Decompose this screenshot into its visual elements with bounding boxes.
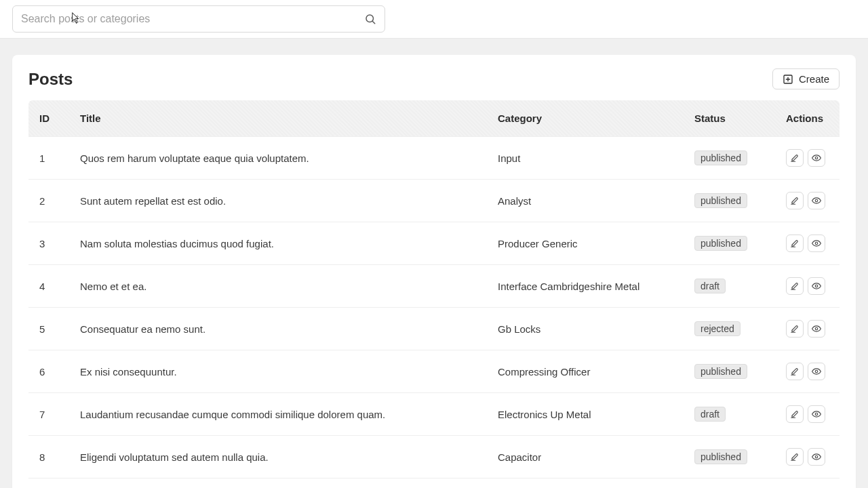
- cell-id: 5: [28, 308, 69, 350]
- view-button[interactable]: [808, 405, 825, 423]
- card-header: Posts Create: [28, 66, 840, 89]
- eye-icon: [812, 281, 821, 291]
- cell-actions: [775, 308, 840, 350]
- status-badge: published: [694, 150, 747, 165]
- cell-category: Analyst: [487, 180, 684, 222]
- search-wrap[interactable]: [12, 5, 385, 33]
- cell-actions: [775, 350, 840, 393]
- status-badge: published: [694, 193, 747, 208]
- cell-actions: [775, 180, 840, 222]
- svg-line-1: [372, 21, 374, 23]
- svg-point-12: [815, 285, 818, 287]
- svg-point-20: [815, 455, 818, 458]
- cell-id: 4: [28, 265, 69, 308]
- posts-table: ID Title Category Status Actions 1Quos r…: [28, 100, 840, 488]
- table-row[interactable]: 2Sunt autem repellat est est odio.Analys…: [28, 180, 840, 222]
- edit-icon: [790, 452, 800, 462]
- view-button[interactable]: [808, 235, 825, 252]
- cell-title: Sunt autem repellat est est odio.: [69, 180, 487, 222]
- cell-actions: [775, 137, 840, 180]
- svg-point-18: [815, 413, 818, 415]
- eye-icon: [812, 409, 821, 419]
- edit-button[interactable]: [786, 448, 804, 466]
- cell-actions: [775, 393, 840, 436]
- cell-category: Input: [487, 137, 684, 180]
- status-badge: draft: [694, 407, 726, 422]
- eye-icon: [812, 452, 821, 462]
- col-title[interactable]: Title: [69, 100, 487, 137]
- cell-category: Producer Generic: [487, 222, 684, 265]
- edit-icon: [790, 196, 800, 205]
- cell-status: published: [684, 350, 775, 393]
- view-button[interactable]: [808, 277, 825, 295]
- table-header: ID Title Category Status Actions: [28, 100, 840, 137]
- svg-point-6: [815, 157, 818, 159]
- edit-button[interactable]: [786, 320, 804, 338]
- cell-title: Ex nisi consequuntur.: [69, 350, 487, 393]
- eye-icon: [812, 367, 821, 376]
- view-button[interactable]: [808, 320, 825, 338]
- cell-status: published: [684, 137, 775, 180]
- view-button[interactable]: [808, 192, 825, 209]
- edit-icon: [790, 239, 800, 248]
- table-row[interactable]: 6Ex nisi consequuntur.Compressing Office…: [28, 350, 840, 393]
- cell-category: Gb Locks: [487, 308, 684, 350]
- cell-title: Consequatur iste porro earum ut qui cons…: [69, 479, 487, 489]
- page-title: Posts: [28, 70, 73, 89]
- create-button[interactable]: Create: [772, 68, 840, 89]
- edit-button[interactable]: [786, 235, 804, 252]
- edit-icon: [790, 153, 800, 163]
- svg-point-14: [815, 327, 818, 330]
- edit-icon: [790, 409, 800, 419]
- table-row[interactable]: 1Quos rem harum voluptate eaque quia vol…: [28, 137, 840, 180]
- eye-icon: [812, 239, 821, 248]
- cell-status: published: [684, 222, 775, 265]
- table-row[interactable]: 5Consequatur ea nemo sunt.Gb Locksreject…: [28, 308, 840, 350]
- cell-category: Unbranded Quantify Parsing: [487, 479, 684, 489]
- col-actions: Actions: [775, 100, 840, 137]
- edit-button[interactable]: [786, 363, 804, 380]
- table-row[interactable]: 3Nam soluta molestias ducimus quod fugia…: [28, 222, 840, 265]
- edit-button[interactable]: [786, 149, 804, 167]
- edit-button[interactable]: [786, 277, 804, 295]
- cell-title: Nemo et et ea.: [69, 265, 487, 308]
- cell-status: published: [684, 436, 775, 479]
- svg-point-10: [815, 242, 818, 245]
- table-row[interactable]: 4Nemo et et ea.Interface Cambridgeshire …: [28, 265, 840, 308]
- cell-status: draft: [684, 265, 775, 308]
- view-button[interactable]: [808, 448, 825, 466]
- edit-icon: [790, 324, 800, 333]
- cell-category: Interface Cambridgeshire Metal: [487, 265, 684, 308]
- create-button-label: Create: [799, 73, 829, 85]
- cell-id: 6: [28, 350, 69, 393]
- table-row[interactable]: 8Eligendi voluptatum sed autem nulla qui…: [28, 436, 840, 479]
- edit-button[interactable]: [786, 405, 804, 423]
- eye-icon: [812, 324, 821, 333]
- plus-square-icon: [783, 74, 793, 85]
- cell-id: 9: [28, 479, 69, 489]
- table-body: 1Quos rem harum voluptate eaque quia vol…: [28, 137, 840, 489]
- view-button[interactable]: [808, 363, 825, 380]
- table-row[interactable]: 9Consequatur iste porro earum ut qui con…: [28, 479, 840, 489]
- cell-title: Nam soluta molestias ducimus quod fugiat…: [69, 222, 487, 265]
- cell-status: rejected: [684, 308, 775, 350]
- col-category[interactable]: Category: [487, 100, 684, 137]
- cell-id: 3: [28, 222, 69, 265]
- search-input[interactable]: [21, 13, 364, 25]
- status-badge: published: [694, 449, 747, 464]
- status-badge: published: [694, 236, 747, 251]
- edit-button[interactable]: [786, 192, 804, 209]
- cell-title: Eligendi voluptatum sed autem nulla quia…: [69, 436, 487, 479]
- col-status[interactable]: Status: [684, 100, 775, 137]
- cell-title: Laudantium recusandae cumque commodi sim…: [69, 393, 487, 436]
- view-button[interactable]: [808, 149, 825, 167]
- cell-category: Capacitor: [487, 436, 684, 479]
- cell-category: Compressing Officer: [487, 350, 684, 393]
- col-id[interactable]: ID: [28, 100, 69, 137]
- cell-id: 1: [28, 137, 69, 180]
- cell-status: published: [684, 180, 775, 222]
- posts-card: Posts Create ID Title Category Status Ac…: [12, 55, 856, 488]
- search-icon[interactable]: [364, 13, 376, 25]
- table-row[interactable]: 7Laudantium recusandae cumque commodi si…: [28, 393, 840, 436]
- cell-category: Electronics Up Metal: [487, 393, 684, 436]
